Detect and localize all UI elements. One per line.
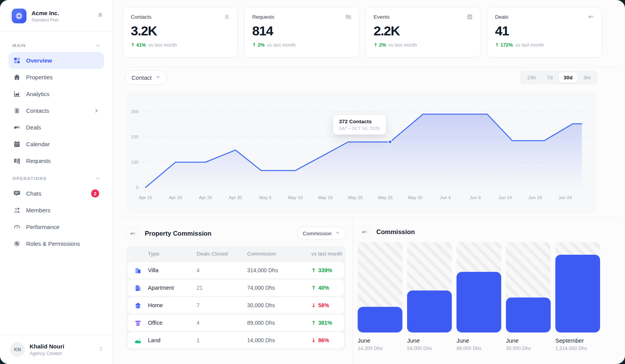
svg-text:Apr 25: Apr 25 xyxy=(199,195,212,200)
home-b-icon xyxy=(134,302,142,309)
apartment-icon xyxy=(134,284,142,292)
sidebar-item-label: Requests xyxy=(26,158,51,164)
svg-text:Apr 15: Apr 15 xyxy=(139,195,152,200)
col-vs-last-month: vs last month xyxy=(311,251,344,257)
roles-icon xyxy=(13,240,21,247)
bar-column-3: June 89,000 Dhs xyxy=(456,242,501,351)
property-type: Apartment xyxy=(148,285,197,291)
svg-text:May 20: May 20 xyxy=(348,195,363,200)
sidebar-item-contacts[interactable]: Contacts xyxy=(9,102,104,119)
calendar-icon xyxy=(13,140,21,148)
bar-fill xyxy=(358,307,402,332)
nav-section-label: OPERATIONS xyxy=(12,176,47,181)
svg-text:May 5: May 5 xyxy=(259,195,271,200)
table-header: Type Deals Closed Commission vs last mon… xyxy=(128,246,344,261)
stat-delta-row: ↑ 172% vs last month xyxy=(495,42,594,48)
chevron-down-icon[interactable] xyxy=(95,175,101,181)
bar-month-label: June xyxy=(358,337,402,344)
handshake-icon xyxy=(13,124,21,131)
bar-track xyxy=(358,242,402,332)
range-button-3m[interactable]: 3m xyxy=(578,72,596,83)
sidebar-item-overview[interactable]: Overview xyxy=(9,52,104,69)
bar-track xyxy=(555,242,600,332)
col-type: Type xyxy=(148,251,197,257)
delta-up: ↑40% xyxy=(311,285,344,291)
table-row-home: Home 7 30,000 Dhs ↓58% xyxy=(128,297,344,313)
delta-down: ↓86% xyxy=(311,337,344,343)
commission-dropdown-label: Commission xyxy=(303,231,332,236)
deals-closed: 1 xyxy=(197,337,247,343)
stat-label: Requests xyxy=(252,14,351,20)
app-window: Acme Inc. Standard Plan MAIN Overview Pr… xyxy=(0,0,625,364)
commission-dropdown[interactable]: Commission xyxy=(297,227,346,240)
deals-closed: 21 xyxy=(197,285,247,291)
sidebar-item-requests[interactable]: Requests xyxy=(9,152,104,169)
sidebar-item-label: Roles & Permissions xyxy=(26,240,80,247)
range-button-24h[interactable]: 24h xyxy=(522,72,541,83)
chevron-down-icon[interactable] xyxy=(95,42,101,48)
bar-value-label: 89,000 Dhs xyxy=(456,346,501,351)
delta-up: ↑ 41% xyxy=(131,42,146,48)
line-chart-svg: 3002001000Apr 15Apr 20Apr 25Apr 30May 5M… xyxy=(126,92,596,213)
notification-bell-icon[interactable] xyxy=(97,12,104,21)
map-search-icon xyxy=(13,157,21,164)
sidebar-item-chats[interactable]: Chats2 xyxy=(9,185,104,202)
contacts-line-chart[interactable]: 3002001000Apr 15Apr 20Apr 25Apr 30May 5M… xyxy=(126,92,596,213)
deals-closed: 4 xyxy=(197,320,247,326)
chat-icon xyxy=(13,190,21,197)
delta-up: ↑ 2% xyxy=(252,42,265,48)
avatar: KN xyxy=(10,342,25,357)
user-role: Agency Creator xyxy=(30,351,64,356)
contact-icon xyxy=(13,107,21,114)
arrow-up-icon: ↑ xyxy=(374,42,377,48)
stat-delta-suffix: vs last month xyxy=(267,42,296,48)
svg-text:200: 200 xyxy=(131,135,139,139)
table-row-office: Office 4 89,000 Dhs ↑381% xyxy=(128,315,344,331)
filter-label: Contact xyxy=(132,74,152,81)
col-commission: Commission xyxy=(247,251,311,257)
stat-value: 41 xyxy=(495,23,594,38)
sidebar-item-label: Chats xyxy=(26,190,41,197)
stat-card-events: Events 2.2K ↑ 2% vs last month xyxy=(365,7,481,58)
stat-delta-suffix: vs last month xyxy=(515,42,544,48)
range-button-7d[interactable]: 7d xyxy=(542,72,558,83)
sidebar-item-performance[interactable]: Performance xyxy=(9,219,104,235)
chart-tooltip: 372 Contacts SAT • OCT 04, 2025 xyxy=(333,115,386,135)
sidebar-item-label: Overview xyxy=(26,57,52,64)
sidebar-item-deals[interactable]: Deals xyxy=(9,119,104,136)
commission-amount: 14,000 Dhs xyxy=(247,337,311,343)
sidebar-item-properties[interactable]: Properties xyxy=(9,69,104,86)
contact-filter-dropdown[interactable]: Contact xyxy=(125,70,167,85)
chevron-up-down-icon[interactable] xyxy=(98,346,104,354)
sidebar-item-label: Analytics xyxy=(26,91,49,97)
user-menu[interactable]: KN Khalid Nouri Agency Creator xyxy=(0,335,112,364)
company-name: Acme Inc. xyxy=(32,10,59,16)
arrow-up-icon: ↑ xyxy=(311,285,316,291)
chevron-down-icon xyxy=(155,74,161,81)
commission-header: Commission xyxy=(358,225,625,238)
commission-table: Type Deals Closed Commission vs last mon… xyxy=(126,246,346,350)
sidebar-item-analytics[interactable]: Analytics xyxy=(9,86,104,102)
user-name: Khalid Nouri xyxy=(30,343,64,350)
range-button-30d[interactable]: 30d xyxy=(558,72,578,83)
stat-label: Deals xyxy=(495,14,594,20)
bar-track xyxy=(506,242,551,332)
sidebar-item-label: Properties xyxy=(26,74,53,80)
bar-fill xyxy=(407,290,452,332)
analytics-icon xyxy=(13,90,21,98)
bar-column-5: September 1,314,000 Dhs xyxy=(555,242,600,351)
sidebar-item-calendar[interactable]: Calendar xyxy=(9,136,104,152)
plan-label: Standard Plan xyxy=(32,18,59,22)
calendar-check-icon xyxy=(466,13,473,20)
svg-text:May 15: May 15 xyxy=(318,195,333,200)
sidebar-item-label: Members xyxy=(26,207,51,214)
arrow-down-icon: ↓ xyxy=(311,337,316,343)
stat-delta-row: ↑ 2% vs last month xyxy=(374,42,472,48)
sidebar-item-members[interactable]: Members xyxy=(9,202,104,219)
sidebar-nav: MAIN Overview Properties Analytics Conta… xyxy=(0,32,112,335)
bar-value-label: 14,200 Dhs xyxy=(358,346,402,351)
stat-delta-row: ↑ 41% vs last month xyxy=(131,42,230,48)
bar-fill xyxy=(555,255,600,332)
sidebar-item-roles-permissions[interactable]: Roles & Permissions xyxy=(9,235,104,252)
svg-text:Apr 20: Apr 20 xyxy=(169,195,182,200)
